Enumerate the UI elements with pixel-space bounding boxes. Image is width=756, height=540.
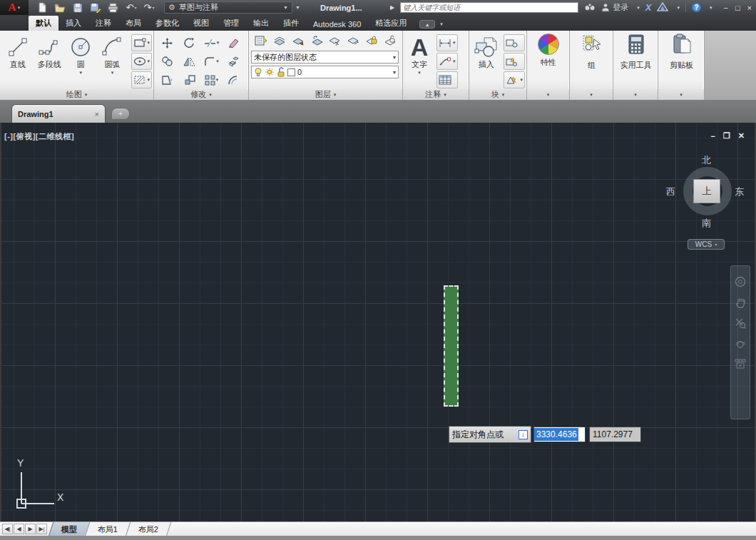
panel-clipboard-expand[interactable]: ▾ bbox=[658, 89, 704, 100]
create-block-tool[interactable] bbox=[504, 34, 525, 51]
layer-unlock-button[interactable] bbox=[382, 33, 399, 49]
help-dropdown-icon[interactable]: ▾ bbox=[710, 5, 712, 11]
a360-dropdown-icon[interactable]: ▾ bbox=[677, 5, 680, 11]
dynamic-input-options-icon[interactable]: ↓ bbox=[519, 430, 528, 439]
dynamic-input-x-field[interactable]: 3330.4636 bbox=[533, 427, 586, 442]
wcs-dropdown[interactable]: WCS ▾ bbox=[688, 239, 725, 250]
save-as-button[interactable] bbox=[89, 2, 102, 14]
layer-properties-button[interactable] bbox=[252, 33, 270, 49]
trim-dropdown-icon[interactable]: ▾ bbox=[217, 40, 220, 46]
panel-group-expand[interactable]: ▾ bbox=[570, 89, 613, 100]
compass-west[interactable]: 西 bbox=[666, 185, 675, 198]
polyline-tool[interactable]: 多段线 bbox=[34, 33, 65, 88]
viewport-restore-icon[interactable]: ❐ bbox=[723, 131, 730, 141]
zoom-icon[interactable] bbox=[735, 317, 746, 332]
exchange-apps-icon[interactable]: X bbox=[645, 2, 652, 13]
dimension-dropdown-icon[interactable]: ▾ bbox=[453, 40, 456, 46]
rectangle-tool[interactable]: ▾ bbox=[131, 34, 153, 51]
selection-rectangle[interactable] bbox=[444, 285, 459, 407]
qat-customize-button[interactable]: ▼ bbox=[295, 5, 300, 10]
panel-annotate-title[interactable]: 注释▾ bbox=[403, 89, 469, 100]
panel-utilities-expand[interactable]: ▾ bbox=[613, 89, 658, 100]
tab-parametric[interactable]: 参数化 bbox=[148, 16, 186, 31]
tab-featured-apps[interactable]: 精选应用 bbox=[368, 16, 414, 31]
fillet-dropdown-icon[interactable]: ▾ bbox=[216, 58, 219, 64]
infocenter-expand-icon[interactable]: ▶ bbox=[390, 4, 394, 11]
file-tab-close-icon[interactable]: × bbox=[95, 110, 99, 118]
next-layout-button[interactable]: ▶ bbox=[25, 524, 36, 534]
hatch-dropdown-icon[interactable]: ▾ bbox=[148, 77, 150, 83]
compass-north[interactable]: 北 bbox=[702, 154, 711, 167]
viewport-controls-label[interactable]: [-][俯视][二维线框] bbox=[4, 131, 74, 142]
panel-block-title[interactable]: 块▾ bbox=[469, 89, 526, 100]
pan-icon[interactable] bbox=[735, 297, 746, 311]
ellipse-tool[interactable]: ▾ bbox=[131, 53, 153, 70]
layout-tab-layout2[interactable]: 布局2 bbox=[126, 522, 172, 536]
layout-tab-layout1[interactable]: 布局1 bbox=[85, 522, 131, 536]
autodesk360-button[interactable] bbox=[657, 2, 668, 13]
define-attributes-tool[interactable]: ▾ bbox=[504, 71, 525, 88]
layer-on-off-button[interactable] bbox=[271, 33, 288, 49]
file-tab-drawing1[interactable]: Drawing1 × bbox=[11, 104, 106, 123]
ellipse-dropdown-icon[interactable]: ▾ bbox=[148, 58, 150, 64]
search-button[interactable] bbox=[584, 2, 596, 13]
undo-button[interactable]: ↶▾ bbox=[125, 2, 138, 14]
insert-block-tool[interactable]: 插入 bbox=[471, 33, 501, 88]
open-file-button[interactable] bbox=[53, 2, 66, 14]
tab-insert[interactable]: 插入 bbox=[58, 16, 88, 31]
first-layout-button[interactable]: ◀| bbox=[2, 524, 13, 534]
signin-dropdown-icon[interactable]: ▾ bbox=[637, 5, 640, 11]
orbit-icon[interactable] bbox=[735, 338, 746, 352]
tab-layout[interactable]: 布局 bbox=[118, 16, 148, 31]
layer-freeze-button[interactable] bbox=[290, 33, 307, 49]
edit-block-tool[interactable] bbox=[504, 53, 525, 70]
scale-tool[interactable] bbox=[178, 71, 200, 89]
compass-south[interactable]: 南 bbox=[702, 217, 711, 230]
offset-tool[interactable] bbox=[223, 71, 245, 89]
arc-dropdown-icon[interactable]: ▾ bbox=[111, 70, 114, 76]
workspace-switcher[interactable]: ⚙ 草图与注释 ▼ bbox=[164, 1, 292, 14]
panel-group[interactable]: 组 ▾ bbox=[570, 31, 613, 100]
text-dropdown-icon[interactable]: ▾ bbox=[418, 70, 421, 76]
panel-properties-expand[interactable]: ▾ bbox=[527, 89, 569, 100]
layout-tab-model[interactable]: 模型 bbox=[48, 522, 90, 536]
panel-modify-title[interactable]: 修改▾ bbox=[154, 89, 248, 100]
ribbon-minimize-button[interactable]: ▲ ▾ bbox=[419, 20, 443, 29]
ucs-icon[interactable]: Y X bbox=[9, 457, 76, 517]
rotate-tool[interactable] bbox=[178, 34, 200, 52]
circle-dropdown-icon[interactable]: ▾ bbox=[80, 70, 83, 76]
compass-east[interactable]: 东 bbox=[735, 185, 744, 198]
navwheel-icon[interactable] bbox=[735, 276, 746, 290]
copy-tool[interactable] bbox=[156, 52, 178, 71]
redo-button[interactable]: ↷▾ bbox=[143, 2, 155, 14]
viewport-close-icon[interactable]: ✕ bbox=[738, 131, 745, 141]
new-file-button[interactable] bbox=[36, 2, 48, 14]
layer-lock-button[interactable] bbox=[363, 33, 380, 49]
leader-dropdown-icon[interactable]: ▾ bbox=[453, 58, 456, 64]
attributes-dropdown-icon[interactable]: ▾ bbox=[520, 77, 523, 83]
help-button[interactable]: ? bbox=[692, 3, 701, 12]
close-button[interactable]: × bbox=[747, 4, 752, 12]
maximize-button[interactable]: □ bbox=[735, 4, 740, 12]
panel-clipboard[interactable]: 剪贴板 ▾ bbox=[658, 31, 705, 100]
move-tool[interactable] bbox=[156, 34, 178, 52]
text-tool[interactable]: A 文字 ▾ bbox=[405, 33, 434, 88]
tab-output[interactable]: 输出 bbox=[246, 16, 276, 31]
navigation-bar[interactable] bbox=[730, 265, 750, 419]
array-tool[interactable]: ▾ bbox=[200, 71, 223, 89]
search-input[interactable] bbox=[400, 2, 578, 13]
panel-layers-title[interactable]: 图层▾ bbox=[249, 89, 402, 100]
tab-annotate[interactable]: 注释 bbox=[88, 16, 118, 31]
tab-plugins[interactable]: 插件 bbox=[276, 16, 306, 31]
trim-tool[interactable]: ▾ bbox=[200, 34, 223, 52]
tab-view[interactable]: 视图 bbox=[186, 16, 216, 31]
rectangle-dropdown-icon[interactable]: ▾ bbox=[148, 40, 150, 46]
dimension-tool[interactable]: ▾ bbox=[436, 34, 458, 51]
last-layout-button[interactable]: ▶| bbox=[36, 524, 47, 534]
panel-draw-title[interactable]: 绘图▾ bbox=[0, 89, 153, 100]
explode-tool[interactable] bbox=[223, 52, 245, 71]
viewport-minimize-icon[interactable]: − bbox=[710, 132, 715, 141]
line-tool[interactable]: 直线 bbox=[2, 33, 34, 88]
erase-tool[interactable] bbox=[223, 34, 245, 52]
leader-tool[interactable]: ▾ bbox=[436, 53, 458, 70]
